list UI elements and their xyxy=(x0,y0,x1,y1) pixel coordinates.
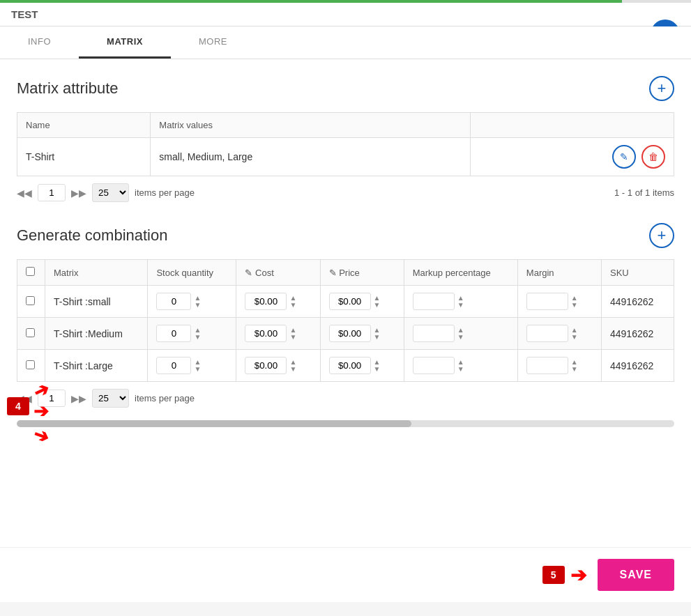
combo-page-input[interactable] xyxy=(38,390,66,407)
row2-price-down[interactable]: ▼ xyxy=(372,334,382,341)
row1-qty-down[interactable]: ▼ xyxy=(192,302,202,309)
row2-margin-down[interactable]: ▼ xyxy=(570,334,579,341)
row1-margin-down[interactable]: ▼ xyxy=(570,302,579,309)
row3-margin-down[interactable]: ▼ xyxy=(570,366,579,373)
top-bar: TEST ▤ xyxy=(0,3,691,26)
row1-cost-field[interactable] xyxy=(245,293,287,310)
row3-price-up[interactable]: ▲ xyxy=(372,359,382,366)
row2-price-spinner: ▲ ▼ xyxy=(372,327,382,341)
row2-qty-down[interactable]: ▼ xyxy=(192,334,202,341)
row3-price-down[interactable]: ▼ xyxy=(372,366,382,373)
tab-info[interactable]: INFO xyxy=(0,26,79,59)
row1-cost-up[interactable]: ▲ xyxy=(288,295,298,302)
row3-markup-field[interactable] xyxy=(413,357,455,374)
matrix-actions-cell: ✎ 🗑 xyxy=(471,138,674,176)
row3-checkbox[interactable] xyxy=(26,360,35,369)
row1-price-up[interactable]: ▲ xyxy=(372,295,382,302)
row2-cost-field[interactable] xyxy=(245,325,287,342)
matrix-pagination: ◀◀ ▶▶ 25 50 100 items per page 1 - 1 of … xyxy=(17,176,674,209)
row1-cost-input[interactable]: ▲ ▼ xyxy=(245,293,311,310)
row3-qty-up[interactable]: ▲ xyxy=(192,359,202,366)
row3-markup-input[interactable]: ▲ ▼ xyxy=(413,357,509,374)
row2-qty-input[interactable]: ▲ ▼ xyxy=(156,325,227,342)
row3-qty-input[interactable]: ▲ ▼ xyxy=(156,357,227,374)
row2-checkbox[interactable] xyxy=(26,328,35,337)
add-combination-button[interactable]: + xyxy=(649,223,674,248)
row2-cost-spinner: ▲ ▼ xyxy=(288,327,298,341)
per-page-select[interactable]: 25 50 100 xyxy=(92,183,129,202)
row1-price-down[interactable]: ▼ xyxy=(372,302,382,309)
row1-markup-spinner: ▲ ▼ xyxy=(456,295,466,309)
row3-qty-field[interactable] xyxy=(156,357,191,374)
row3-cost-up[interactable]: ▲ xyxy=(288,359,298,366)
row2-sku: 44916262 xyxy=(601,318,674,350)
last-page-button[interactable]: ▶▶ xyxy=(71,187,86,199)
save-button[interactable]: SAVE xyxy=(598,559,674,591)
row3-price-spinner: ▲ ▼ xyxy=(372,359,382,373)
row3-margin-up[interactable]: ▲ xyxy=(570,359,579,366)
row3-price-input[interactable]: ▲ ▼ xyxy=(329,357,395,374)
row2-qty-field[interactable] xyxy=(156,325,191,342)
edit-matrix-button[interactable]: ✎ xyxy=(612,145,636,169)
row3-cost-input[interactable]: ▲ ▼ xyxy=(245,357,311,374)
row2-cost-up[interactable]: ▲ xyxy=(288,327,298,334)
row1-qty-field[interactable] xyxy=(156,293,191,310)
row3-margin-input[interactable]: ▲ ▼ xyxy=(526,357,593,374)
add-matrix-button[interactable]: + xyxy=(649,76,674,101)
matrix-attribute-table: Name Matrix values T-Shirt small, Medium… xyxy=(17,112,674,176)
row1-price-input[interactable]: ▲ ▼ xyxy=(329,293,395,310)
row3-markup-up[interactable]: ▲ xyxy=(456,359,466,366)
row2-markup-up[interactable]: ▲ xyxy=(456,327,466,334)
tab-more[interactable]: MORE xyxy=(171,26,255,59)
row2-margin-spinner: ▲ ▼ xyxy=(570,327,579,341)
combo-last-page-button[interactable]: ▶▶ xyxy=(71,393,86,404)
row2-margin-up[interactable]: ▲ xyxy=(570,327,579,334)
row1-margin-input[interactable]: ▲ ▼ xyxy=(526,293,593,310)
row3-cost-down[interactable]: ▼ xyxy=(288,366,298,373)
scrollbar-thumb xyxy=(17,420,411,427)
row3-qty-down[interactable]: ▼ xyxy=(192,366,202,373)
row3-matrix: T-Shirt :Large xyxy=(45,350,148,382)
col-matrix: Matrix xyxy=(45,260,148,286)
row1-markup-field[interactable] xyxy=(413,293,455,310)
row1-cost-down[interactable]: ▼ xyxy=(288,302,298,309)
combo-first-page-button[interactable]: ◀◀ xyxy=(17,393,32,404)
row1-qty-up[interactable]: ▲ xyxy=(192,295,202,302)
row2-cost-input[interactable]: ▲ ▼ xyxy=(245,325,311,342)
row1-price-field[interactable] xyxy=(329,293,371,310)
row1-margin-up[interactable]: ▲ xyxy=(570,295,579,302)
delete-matrix-button[interactable]: 🗑 xyxy=(641,145,665,169)
row1-margin-field[interactable] xyxy=(526,293,568,310)
page-wrapper: TEST ▤ INFO MATRIX MORE Matrix attribute… xyxy=(0,0,691,616)
row2-margin-input[interactable]: ▲ ▼ xyxy=(526,325,593,342)
combo-per-page-select[interactable]: 25 50 100 xyxy=(92,389,129,408)
select-all-checkbox[interactable] xyxy=(26,267,35,276)
row1-margin-spinner: ▲ ▼ xyxy=(570,295,579,309)
row1-qty-input[interactable]: ▲ ▼ xyxy=(156,293,227,310)
col-name: Name xyxy=(17,113,151,138)
row3-cost-field[interactable] xyxy=(245,357,287,374)
horizontal-scrollbar[interactable] xyxy=(17,420,674,427)
row3-markup-down[interactable]: ▼ xyxy=(456,366,466,373)
row1-markup-up[interactable]: ▲ xyxy=(456,295,466,302)
row3-price-field[interactable] xyxy=(329,357,371,374)
row3-margin-field[interactable] xyxy=(526,357,568,374)
row2-price-up[interactable]: ▲ xyxy=(372,327,382,334)
page-input[interactable] xyxy=(38,184,66,201)
matrix-section-header: Matrix attribute + xyxy=(17,76,674,101)
row2-markup-down[interactable]: ▼ xyxy=(456,334,466,341)
row2-cost-down[interactable]: ▼ xyxy=(288,334,298,341)
col-price: ✎ Price xyxy=(320,260,404,286)
row2-markup-field[interactable] xyxy=(413,325,455,342)
row1-markup-input[interactable]: ▲ ▼ xyxy=(413,293,509,310)
row2-qty-up[interactable]: ▲ xyxy=(192,327,202,334)
first-page-button[interactable]: ◀◀ xyxy=(17,187,32,199)
row1-checkbox[interactable] xyxy=(26,296,35,305)
row2-price-field[interactable] xyxy=(329,325,371,342)
row1-markup-down[interactable]: ▼ xyxy=(456,302,466,309)
col-actions xyxy=(471,113,674,138)
tab-matrix[interactable]: MATRIX xyxy=(79,26,171,59)
row2-margin-field[interactable] xyxy=(526,325,568,342)
row2-markup-input[interactable]: ▲ ▼ xyxy=(413,325,509,342)
row2-price-input[interactable]: ▲ ▼ xyxy=(329,325,395,342)
